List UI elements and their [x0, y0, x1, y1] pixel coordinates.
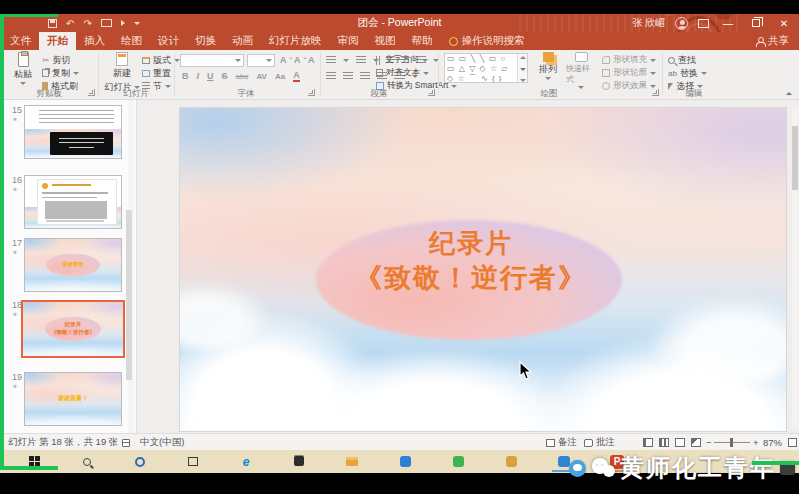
store-icon: [294, 457, 304, 466]
slide-canvas[interactable]: 纪录片 《致敬！逆行者》: [180, 108, 786, 431]
shapes-scroll-down-icon[interactable]: [520, 68, 526, 71]
search-icon: [83, 458, 91, 466]
close-button[interactable]: ✕: [775, 14, 793, 32]
thumbnail-scrollbar[interactable]: [128, 100, 134, 433]
normal-view-icon[interactable]: [643, 438, 653, 447]
share-button[interactable]: 共享: [748, 32, 799, 50]
bullets-icon[interactable]: [326, 56, 336, 64]
strikethrough-button[interactable]: abc: [236, 72, 249, 81]
text-direction-button[interactable]: 文字方向: [376, 54, 428, 66]
strike-button[interactable]: S: [222, 71, 228, 81]
comments-button[interactable]: 批注: [584, 434, 615, 451]
shape-outline-button[interactable]: 形状轮廓: [602, 67, 656, 79]
tab-review[interactable]: 审阅: [330, 32, 367, 50]
clear-format-button[interactable]: A: [308, 54, 315, 66]
tab-design[interactable]: 设计: [150, 32, 187, 50]
restore-button[interactable]: [747, 14, 765, 32]
numbering-icon[interactable]: [356, 56, 366, 64]
fit-to-window-button[interactable]: [788, 434, 797, 451]
tab-insert[interactable]: 插入: [76, 32, 113, 50]
cut-button[interactable]: ✂剪切: [42, 54, 71, 66]
align-left-icon[interactable]: [326, 72, 336, 80]
taskbar-search-button[interactable]: [78, 453, 96, 470]
zoom-slider[interactable]: [714, 434, 750, 451]
powerpoint-icon: P: [610, 455, 624, 469]
slide-thumbnail-16[interactable]: [24, 175, 122, 229]
user-avatar[interactable]: [675, 17, 688, 30]
zoom-slider-thumb[interactable]: [730, 438, 733, 447]
file-explorer-button[interactable]: [343, 453, 361, 470]
collapse-ribbon-icon[interactable]: [786, 92, 792, 95]
spell-check-icon[interactable]: [122, 434, 130, 451]
underline-button[interactable]: U: [207, 71, 214, 81]
quick-styles-button[interactable]: 快速样式: [566, 52, 596, 89]
font-style-row: B I U S abc AV Aa A: [182, 70, 300, 82]
font-dialog-launcher[interactable]: [308, 89, 315, 96]
slideshow-view-icon[interactable]: [691, 438, 701, 447]
shapes-gallery[interactable]: ▭ ▭ ╲ ╲ ▭ ○ ▭ △ ▽ ◇ ☆ ▱ ◇ ☆ ⌒ ∿ { }: [444, 53, 528, 83]
app-button-1[interactable]: [396, 453, 414, 470]
tab-draw[interactable]: 绘图: [113, 32, 150, 50]
slide-sorter-view-icon[interactable]: [659, 438, 669, 447]
tab-transitions[interactable]: 切换: [187, 32, 224, 50]
find-icon: [668, 57, 675, 64]
tell-me-box[interactable]: 操作说明搜索: [441, 32, 533, 50]
editor-vertical-scrollbar[interactable]: [792, 108, 798, 428]
slide-thumbnail-19[interactable]: 谢谢观看！: [24, 372, 122, 426]
zoom-level[interactable]: 87%: [763, 434, 782, 451]
align-right-icon[interactable]: [360, 72, 370, 80]
replace-button[interactable]: ab替换: [668, 67, 707, 79]
reading-view-icon[interactable]: [675, 438, 685, 447]
reset-button[interactable]: 重置: [142, 67, 171, 79]
store-button[interactable]: [290, 453, 308, 470]
edge-button[interactable]: e: [237, 453, 255, 470]
paste-button[interactable]: 粘贴: [8, 52, 38, 85]
tab-view[interactable]: 视图: [367, 32, 404, 50]
app-button-2[interactable]: [449, 453, 467, 470]
tab-file[interactable]: 文件: [0, 32, 39, 50]
shape-fill-button[interactable]: 形状填充: [602, 54, 656, 66]
italic-button[interactable]: I: [197, 71, 200, 81]
tab-animations[interactable]: 动画: [224, 32, 261, 50]
slide-thumbnail-15[interactable]: [24, 105, 122, 159]
zoom-in-button[interactable]: +: [753, 434, 759, 451]
decrease-font-button[interactable]: Aˇ: [294, 54, 306, 66]
zoom-out-button[interactable]: −: [706, 434, 712, 451]
align-text-button[interactable]: 对齐文本: [376, 67, 429, 79]
app-button-3[interactable]: [502, 453, 520, 470]
slide-counter: 幻灯片 第 18 张，共 19 张: [8, 434, 118, 451]
find-button[interactable]: 查找: [668, 54, 696, 66]
tab-home[interactable]: 开始: [39, 32, 76, 50]
ribbon-display-options-icon[interactable]: [698, 19, 709, 28]
font-name-select[interactable]: [180, 54, 244, 67]
powerpoint-window: ↶ ↷ 团会 - PowerPoint 张 欣嵋 — ✕ 文件 开始 插入 绘图: [0, 14, 799, 450]
language-indicator[interactable]: 中文(中国): [140, 434, 184, 451]
change-case-button[interactable]: Aa: [275, 72, 285, 81]
align-center-icon[interactable]: [343, 72, 353, 80]
slide-thumbnail-18-selected[interactable]: 纪录片 《致敬！逆行者》: [21, 300, 125, 358]
shapes-gallery-scroll[interactable]: [517, 54, 527, 83]
shapes-more-icon[interactable]: [520, 79, 526, 82]
task-view-button[interactable]: [184, 453, 202, 470]
powerpoint-taskbar-button[interactable]: P: [608, 453, 626, 470]
signed-in-user[interactable]: 张 欣嵋: [632, 16, 665, 30]
char-spacing-button[interactable]: AV: [256, 72, 267, 81]
notes-button[interactable]: 备注: [546, 434, 577, 451]
drawing-dialog-launcher[interactable]: [652, 89, 659, 96]
arrange-button[interactable]: 排列: [534, 52, 562, 80]
font-color-button[interactable]: A: [293, 71, 300, 82]
clipboard-dialog-launcher[interactable]: [88, 89, 95, 96]
animation-star-icon: ✶: [12, 186, 18, 194]
minimize-button[interactable]: —: [719, 14, 737, 32]
app-button-4-running[interactable]: [555, 453, 573, 470]
bold-button[interactable]: B: [182, 71, 189, 81]
slide-thumbnail-17[interactable]: 青春赞歌: [24, 238, 122, 292]
shapes-scroll-up-icon[interactable]: [520, 56, 526, 59]
paragraph-dialog-launcher[interactable]: [428, 89, 435, 96]
copy-button[interactable]: 复制: [42, 67, 79, 79]
font-size-select[interactable]: [247, 54, 275, 67]
cortana-button[interactable]: [131, 453, 149, 470]
tab-help[interactable]: 帮助: [404, 32, 441, 50]
tab-slideshow[interactable]: 幻灯片放映: [261, 32, 330, 50]
increase-font-button[interactable]: Aˆ: [280, 54, 292, 66]
